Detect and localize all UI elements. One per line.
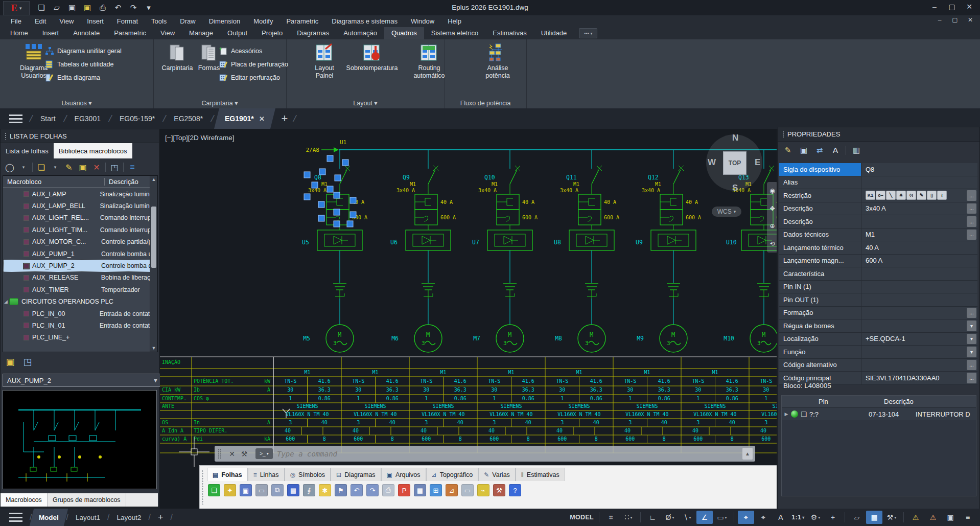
command-prompt-icon[interactable]: >_ ▾ (255, 448, 273, 459)
palette-tab-topogr-fico[interactable]: ⊿Topográfico (426, 468, 479, 481)
menu-icon[interactable] (0, 108, 30, 129)
new-sheet-icon[interactable]: ❏ (208, 484, 220, 496)
ribbon-tab-automação[interactable]: Automação (336, 27, 384, 39)
ribbon-tab-projeto[interactable]: Projeto (254, 27, 290, 39)
scrollbar-thumb[interactable] (151, 207, 156, 268)
macroblock-row-plc-in-01[interactable]: PLC_IN_01Entrada de contato... (3, 319, 157, 331)
save-as-icon[interactable]: ▣ (82, 2, 93, 13)
sheet-tab-lista-de-folhas[interactable]: Lista de folhas (1, 143, 54, 158)
gear-icon[interactable]: ⚙▾ (807, 511, 824, 524)
more-button[interactable]: ... (967, 190, 976, 201)
layout-tab-layout1[interactable]: Layout1 (68, 509, 107, 526)
fullscreen-icon[interactable]: ▣ (942, 511, 959, 524)
ribbon-overflow-button[interactable]: ▪▪▪▾ (579, 28, 597, 38)
macroblock-row-aux-pump-1[interactable]: AUX_PUMP_1Controle bomba ú... (3, 248, 157, 260)
warning-icon[interactable]: ⚠ (907, 511, 924, 524)
restriction-icon[interactable]: ≀ (937, 191, 947, 200)
dropdown-button[interactable]: ▾ (967, 347, 976, 357)
drawing-tab-start[interactable]: Start (32, 108, 64, 129)
macroblock-row-aux-lamp[interactable]: AUX_LAMPSinalização lumino... (3, 188, 157, 200)
footer-tab-grupos-de-macroblocos[interactable]: Grupos de macroblocos (48, 493, 126, 507)
save-icon[interactable]: ▣ (66, 2, 78, 13)
macroblock-row-aux-light-rel-[interactable]: AUX_LIGHT_REL...Comando interrupt... (3, 212, 157, 224)
add-icon[interactable]: + (825, 511, 841, 524)
property-row-lan-amento-t-rmico[interactable]: Lançamento térmico40 A (779, 241, 977, 255)
pin-table-row[interactable]: ▶❑?:?07-13-104INTERRUPTOR D (782, 408, 976, 420)
drag-grip-icon[interactable] (201, 470, 204, 505)
close-button[interactable]: ✕ (961, 0, 978, 13)
dynamic-input-icon[interactable]: ▭▾ (714, 511, 730, 524)
ribbon-tab-view[interactable]: View (153, 27, 182, 39)
more-button[interactable]: ... (967, 308, 976, 318)
ribbon-tab-output[interactable]: Output (220, 27, 254, 39)
card-icon[interactable]: ▭ (255, 484, 268, 496)
undo-arrow-icon[interactable]: ↶ (351, 484, 363, 496)
ribbon-tab-utilidade[interactable]: Utilidade (534, 27, 574, 39)
property-row-pin-out-1-[interactable]: Pin OUT (1) (779, 293, 977, 307)
shapes-icon[interactable]: ▱ (849, 511, 865, 524)
menu-insert[interactable]: Insert (80, 15, 110, 27)
list-scrollbar[interactable]: ▲ ▼ (150, 176, 157, 352)
ribbon-tab-manage[interactable]: Manage (182, 27, 220, 39)
tree-expand-icon[interactable]: ◢ (4, 299, 9, 304)
macroblock-row-aux-pump-2[interactable]: AUX_PUMP_2Controle bomba d... (3, 260, 157, 271)
properties-header[interactable]: PROPRIEDADES (778, 127, 979, 142)
menu-file[interactable]: File (4, 15, 28, 27)
ribbon-tab-parametric[interactable]: Parametric (107, 27, 153, 39)
monitor-icon[interactable]: ▦ (414, 484, 426, 496)
more-button[interactable]: ... (967, 203, 976, 214)
steering-wheel-icon[interactable]: ◉ (769, 187, 775, 194)
macroblock-row-aux-release[interactable]: AUX_RELEASEBobina de liberação (3, 272, 157, 284)
new-file-icon[interactable]: ❏ (36, 2, 47, 13)
palette-tab-varias[interactable]: ✎Varias (478, 468, 516, 481)
property-row-descri-o[interactable]: Descrição... (779, 215, 977, 228)
macroblock-row-plc-in-00[interactable]: PLC_IN_00Entrada de contato... (3, 308, 157, 319)
drawing-canvas[interactable]: 2/A8U1Q8M13x40 A40 A600 AU5M3M5Q9M13x40 … (160, 129, 777, 509)
redo-arrow-icon[interactable]: ↷ (366, 484, 379, 496)
warning2-icon[interactable]: ⚠ (925, 511, 941, 524)
menu-help[interactable]: Help (441, 15, 468, 27)
restriction-icon[interactable]: ✎ (917, 191, 926, 200)
restriction-icon[interactable]: K1 (866, 191, 875, 200)
macroblock-row-aux-timer[interactable]: AUX_TIMERTemporizador (3, 284, 157, 295)
tags-icon[interactable]: ▣ (798, 145, 809, 156)
dropdown-icon[interactable]: ▾ (18, 162, 29, 172)
ribbon-button-an-lise-pot-ncia[interactable]: Análise potência (467, 43, 528, 80)
menu-draw[interactable]: Draw (173, 15, 202, 27)
macroblock-row-aux-lamp-bell[interactable]: AUX_LAMP_BELLSinalização lumino... (3, 200, 157, 212)
column-header-macrobloco[interactable]: Macrobloco (3, 178, 105, 186)
layout-tab-layout2[interactable]: Layout2 (109, 509, 148, 526)
palette-tab-diagramas[interactable]: ⊟Diagramas (331, 468, 381, 481)
bookmark-icon[interactable]: ⚑ (335, 484, 347, 496)
panel-icon[interactable]: ▥ (851, 145, 862, 156)
zoom-icon[interactable]: ⊕ (769, 222, 775, 230)
ribbon-button-tabelas-de-utilidade[interactable]: Tabelas de utilidade (45, 58, 114, 71)
macroblock-row-aux-motor-c-[interactable]: AUX_MOTOR_C...Controle partida/p... (3, 236, 157, 248)
view-cube[interactable]: NSWETOP (704, 132, 765, 193)
ribbon-button-diagrama-unifilar-geral[interactable]: Diagrama unifilar geral (45, 44, 122, 57)
ribbon-button-editar-perfura-o[interactable]: Editar perfuração (219, 71, 280, 84)
palette-tab-arquivos[interactable]: ▣Arquivos (381, 468, 426, 481)
pan-icon[interactable]: ✥ (769, 205, 775, 212)
list-menu-icon[interactable]: ≡ (127, 162, 137, 172)
drawing-tab-eg1901[interactable]: EG1901*✕ (214, 108, 275, 129)
more-button[interactable]: ... (967, 360, 976, 371)
customize-tools-icon[interactable]: ⚒ (238, 448, 250, 460)
drawing-tab-eg2508[interactable]: EG2508* (166, 108, 211, 129)
drawing-tab-eg3001[interactable]: EG3001 (66, 108, 109, 129)
dropdown-button[interactable]: ▾ (967, 321, 976, 331)
ribbon-tab-annotate[interactable]: Annotate (66, 27, 107, 39)
wcs-dropdown[interactable]: WCS▾ (712, 207, 741, 217)
property-row-pin-in-1-[interactable]: Pin IN (1) (779, 281, 977, 294)
ribbon-group-label-1[interactable]: Usuários ▾ (0, 99, 153, 107)
sheet-panel-header[interactable]: LISTA DE FOLHAS (1, 129, 159, 143)
menu-window[interactable]: Window (404, 15, 441, 27)
translate-icon[interactable]: A (830, 145, 841, 156)
print-icon[interactable]: ⎙ (382, 484, 394, 496)
broom-icon[interactable]: ⌁ (477, 484, 489, 496)
minimize-button[interactable]: – (926, 0, 943, 13)
grid-blocks-icon[interactable]: ⊞ (430, 484, 442, 496)
dropdown-button[interactable]: ▾ (967, 334, 976, 345)
property-row-alias[interactable]: Alias (779, 176, 977, 190)
ribbon-button-edita-diagrama[interactable]: Edita diagrama (45, 71, 100, 84)
